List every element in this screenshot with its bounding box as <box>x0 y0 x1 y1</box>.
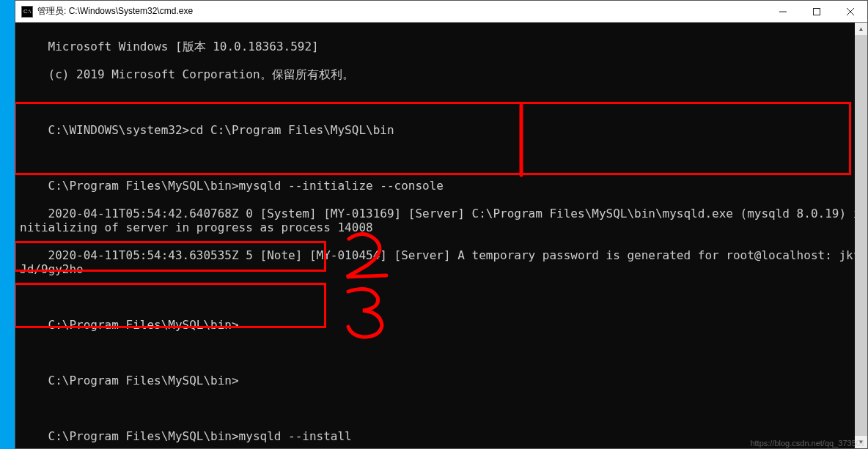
terminal-area[interactable]: Microsoft Windows [版本 10.0.18363.592] (c… <box>15 23 867 448</box>
minimize-button[interactable] <box>766 1 800 22</box>
taskbar-edge <box>0 0 15 449</box>
window-controls <box>766 1 867 22</box>
svg-rect-1 <box>814 8 820 15</box>
terminal-line: C:\Program Files\MySQL\bin> <box>48 374 239 387</box>
window-title: 管理员: C:\Windows\System32\cmd.exe <box>37 5 766 18</box>
window-icon-glyph: C:\ <box>23 8 31 15</box>
maximize-icon <box>813 8 820 15</box>
terminal-line: 2020-04-11T05:54:43.630535Z 5 [Note] [MY… <box>20 248 860 276</box>
scroll-track[interactable] <box>855 35 867 436</box>
annotation-digit-1 <box>514 102 543 182</box>
watermark: https://blog.csdn.net/qq_373501 <box>750 439 865 448</box>
annotation-digit-3 <box>341 283 392 341</box>
close-icon <box>847 8 854 15</box>
scroll-thumb[interactable] <box>855 35 867 436</box>
terminal-line: C:\Program Files\MySQL\bin>mysqld --inst… <box>48 429 352 443</box>
window-icon: C:\ <box>21 6 33 18</box>
terminal-line: C:\Program Files\MySQL\bin> <box>48 318 239 332</box>
terminal-line: (c) 2019 Microsoft Corporation。保留所有权利。 <box>48 67 354 81</box>
highlight-box-1 <box>15 102 851 175</box>
vertical-scrollbar[interactable]: ▲ ▼ <box>855 23 867 448</box>
terminal-line: 2020-04-11T05:54:42.640768Z 0 [System] [… <box>20 207 860 234</box>
cmd-window: C:\ 管理员: C:\Windows\System32\cmd.exe Mic… <box>15 0 868 449</box>
minimize-icon <box>779 8 787 15</box>
maximize-button[interactable] <box>800 1 834 22</box>
terminal-line: C:\Program Files\MySQL\bin>mysqld --init… <box>48 179 444 193</box>
titlebar[interactable]: C:\ 管理员: C:\Windows\System32\cmd.exe <box>15 1 867 23</box>
close-button[interactable] <box>834 1 867 22</box>
scroll-up-button[interactable]: ▲ <box>855 23 867 35</box>
terminal-line: Microsoft Windows [版本 10.0.18363.592] <box>48 40 319 53</box>
terminal-line: C:\WINDOWS\system32>cd C:\Program Files\… <box>48 123 394 137</box>
